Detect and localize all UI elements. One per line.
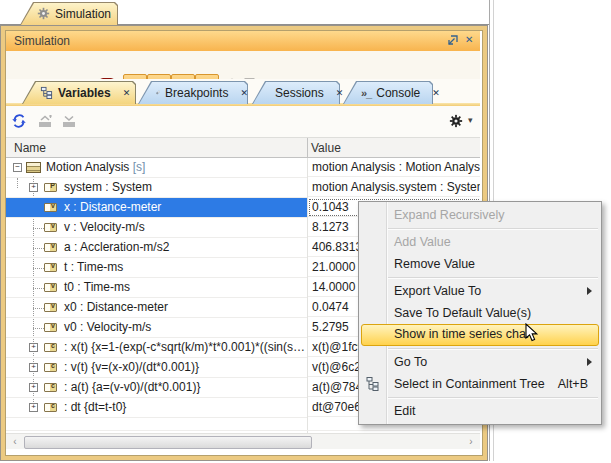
row-name-cell[interactable]: +c: dt {dt=t-t0} — [6, 398, 307, 418]
icon-glyph: v — [51, 222, 55, 229]
menu-item-label: Show in time series chart — [394, 327, 534, 341]
menu-separator — [388, 228, 598, 229]
row-name-cell[interactable]: vx : Distance-meter — [6, 198, 307, 218]
table-row[interactable]: −Motion Analysis [s]motion Analysis : Mo… — [6, 158, 480, 178]
close-tab-icon[interactable]: ✕ — [240, 88, 248, 98]
scroll-right-icon[interactable]: › — [464, 435, 478, 448]
dock-tab-simulation[interactable]: Simulation — [20, 2, 118, 25]
row-name-cell[interactable]: vt : Time-ms — [6, 258, 307, 278]
icon-glyph: P — [50, 182, 55, 189]
row-value-cell[interactable]: motion Analysis.system : System@1 — [308, 178, 480, 197]
menu-item-remove-value[interactable]: Remove Value — [359, 253, 601, 275]
row-name-cell[interactable]: +c: v(t) {v=(x-x0)/(dt*0.001)} — [6, 358, 307, 378]
tab-label: Variables — [58, 86, 111, 100]
row-name-suffix: [s] — [129, 160, 145, 174]
row-name-cell[interactable]: vt0 : Time-ms — [6, 278, 307, 298]
panel-header[interactable]: Simulation ✕ — [6, 31, 480, 51]
row-name: Motion Analysis [s] — [46, 158, 145, 177]
row-name-cell[interactable]: +c: x(t) {x=1-(exp(-c*sqrt(k/m)*t*0.001)… — [6, 338, 307, 358]
tree-expander[interactable]: + — [29, 383, 38, 392]
row-name-cell[interactable]: vv0 : Velocity-m/s — [6, 318, 307, 338]
context-menu: Expand RecursivelyAdd ValueRemove ValueE… — [358, 201, 602, 425]
menu-item-edit[interactable]: Edit — [359, 400, 601, 422]
icon-glyph: c — [51, 402, 55, 409]
save-to-default-icon[interactable] — [37, 115, 53, 128]
row-name: v : Velocity-m/s — [64, 218, 145, 237]
menu-item-label: Save To Default Value(s) — [394, 306, 531, 320]
scroll-left-icon[interactable]: ‹ — [8, 435, 22, 448]
tab-breakpoints[interactable]: Breakpoints ✕ — [138, 81, 248, 104]
row-name: system : System — [64, 178, 152, 197]
column-header-value[interactable]: Value — [311, 141, 341, 155]
submenu-arrow-icon — [587, 287, 592, 295]
refresh-icon[interactable] — [12, 114, 26, 128]
row-name: : a(t) {a=(v-v0)/(dt*0.001)} — [64, 378, 200, 397]
close-tab-icon[interactable]: ✕ — [123, 88, 131, 98]
icon-glyph: c — [51, 382, 55, 389]
variables-tree-icon — [40, 86, 53, 99]
table-row[interactable]: +Psystem : Systemmotion Analysis.system … — [6, 178, 480, 198]
tree-expander[interactable]: + — [29, 403, 38, 412]
tree-guide — [33, 328, 44, 329]
menu-item-label: Export Value To — [394, 284, 481, 298]
options-gear-icon[interactable] — [449, 114, 463, 128]
tree-expander[interactable]: − — [13, 163, 22, 172]
tree-expander[interactable]: + — [29, 363, 38, 372]
value-icon: v — [44, 283, 57, 292]
scrollbar-thumb[interactable] — [24, 436, 312, 449]
gear-icon — [37, 7, 50, 20]
menu-item-label: Go To — [394, 355, 427, 369]
row-divider — [6, 430, 480, 431]
menu-separator — [388, 277, 598, 278]
row-name: x : Distance-meter — [64, 198, 161, 217]
row-name: a : Accleration-m/s2 — [64, 238, 169, 257]
load-default-icon[interactable] — [61, 115, 77, 128]
row-name-cell[interactable]: +c: a(t) {a=(v-v0)/(dt*0.001)} — [6, 378, 307, 398]
row-name-cell[interactable]: va : Accleration-m/s2 — [6, 238, 307, 258]
options-caret-icon[interactable]: ▾ — [468, 115, 473, 125]
icon-glyph: c — [51, 342, 55, 349]
row-name: : x(t) {x=1-(exp(-c*sqrt(k/m)*t*0.001)*(… — [64, 338, 305, 357]
icon-glyph: v — [51, 322, 55, 329]
menu-item-save-to-default-value-s[interactable]: Save To Default Value(s) — [359, 302, 601, 324]
block-icon — [26, 162, 41, 173]
close-panel-icon[interactable]: ✕ — [465, 34, 477, 46]
tree-guide — [33, 288, 44, 289]
menu-item-export-value-to[interactable]: Export Value To — [359, 280, 601, 302]
tab-variables[interactable]: Variables ✕ — [22, 81, 136, 104]
tree-guide — [33, 248, 44, 249]
menu-item-go-to[interactable]: Go To — [359, 351, 601, 373]
tree-expander[interactable]: + — [29, 183, 38, 192]
icon-glyph: v — [51, 282, 55, 289]
row-name: t : Time-ms — [64, 258, 123, 277]
column-header-name[interactable]: Name — [14, 141, 46, 155]
menu-item-select-in-containment-tree[interactable]: Select in Containment TreeAlt+B — [359, 373, 601, 395]
row-name-cell[interactable]: −Motion Analysis [s] — [6, 158, 307, 178]
row-name-cell[interactable]: +Psystem : System — [6, 178, 307, 198]
menu-item-label: Remove Value — [394, 257, 475, 271]
menu-item-label: Select in Containment Tree — [394, 377, 545, 391]
constraint-icon: c — [44, 403, 57, 412]
close-tab-icon[interactable]: ✕ — [432, 88, 440, 98]
row-name-cell[interactable]: vx0 : Distance-meter — [6, 298, 307, 318]
menu-item-add-value: Add Value — [359, 231, 601, 253]
containment-tree-icon — [366, 377, 379, 391]
tree-expander[interactable]: + — [29, 343, 38, 352]
tab-sessions[interactable]: Sessions ✕ — [252, 81, 340, 104]
breakpoints-icon — [156, 86, 160, 99]
column-divider[interactable] — [307, 138, 308, 157]
value-icon: v — [44, 303, 57, 312]
menu-item-show-in-time-series-chart[interactable]: Show in time series chart — [361, 324, 599, 346]
menu-item-shortcut: Alt+B — [558, 373, 588, 395]
tab-console[interactable]: »_ Console ✕ — [343, 81, 433, 104]
menu-item-label: Expand Recursively — [394, 208, 504, 222]
icon-glyph: v — [51, 302, 55, 309]
tab-label: Sessions — [275, 86, 324, 100]
float-window-icon[interactable] — [446, 35, 458, 47]
constraint-icon: c — [44, 383, 57, 392]
tree-guide — [33, 308, 44, 309]
row-name-cell[interactable]: vv : Velocity-m/s — [6, 218, 307, 238]
icon-glyph: v — [51, 242, 55, 249]
horizontal-scrollbar[interactable]: ‹ › — [6, 433, 480, 449]
row-value-cell[interactable]: motion Analysis : Motion Analysis@1 — [308, 158, 480, 177]
